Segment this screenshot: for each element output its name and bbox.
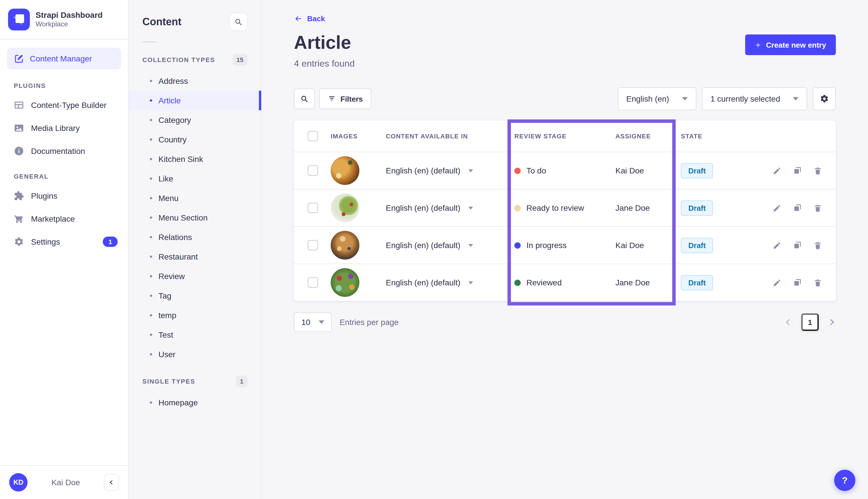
sidebar-item-country[interactable]: Country	[128, 130, 261, 149]
bullet-icon	[150, 401, 152, 404]
table-row[interactable]: English (en) (default) To do Kai Doe Dra…	[294, 151, 836, 189]
sidebar-item-temp[interactable]: temp	[128, 305, 261, 325]
pencil-icon	[773, 241, 781, 250]
delete-button[interactable]	[814, 278, 822, 287]
fields-selected-select[interactable]: 1 currently selected	[702, 87, 807, 110]
duplicate-button[interactable]	[793, 278, 802, 287]
bullet-icon	[150, 99, 152, 102]
collection-types-label: COLLECTION TYPES	[142, 56, 215, 63]
copy-icon	[793, 203, 802, 212]
sidebar-item-content-manager[interactable]: Content Manager	[7, 48, 121, 70]
sidebar-item-menu[interactable]: Menu	[128, 188, 261, 208]
main-sidebar: Strapi Dashboard Workplace Content Manag…	[0, 0, 128, 499]
sidebar-item-label: Documentation	[31, 146, 85, 156]
bullet-icon	[150, 314, 152, 316]
chevron-right-icon	[828, 318, 836, 326]
sidebar-item-relations[interactable]: Relations	[128, 227, 261, 247]
sidebar-item-restaurant[interactable]: Restaurant	[128, 247, 261, 266]
locale-cell[interactable]: English (en) (default)	[386, 278, 514, 287]
sidebar-item-address[interactable]: Address	[128, 71, 261, 91]
row-checkbox[interactable]	[308, 203, 318, 213]
sidebar-item-test[interactable]: Test	[128, 325, 261, 344]
filters-button[interactable]: Filters	[319, 88, 371, 109]
row-checkbox[interactable]	[308, 277, 318, 288]
row-checkbox[interactable]	[308, 240, 318, 251]
sidebar-item-plugins[interactable]: Plugins	[0, 184, 128, 207]
sidebar-item-label: Settings	[31, 237, 60, 246]
table-row[interactable]: English (en) (default) Reviewed Jane Doe…	[294, 264, 836, 301]
sidebar-item-menu-section[interactable]: Menu Section	[128, 208, 261, 227]
user-name: Kai Doe	[33, 478, 98, 487]
column-header-state[interactable]: STATE	[681, 133, 754, 139]
status-badge: Draft	[681, 163, 713, 178]
next-page-button[interactable]	[828, 318, 836, 326]
sidebar-item-category[interactable]: Category	[128, 110, 261, 130]
table-search-button[interactable]	[294, 88, 314, 109]
assignee-cell: Kai Doe	[616, 241, 681, 250]
table-row[interactable]: English (en) (default) Ready to review J…	[294, 189, 836, 226]
sidebar-item-user[interactable]: User	[128, 344, 261, 364]
bullet-icon	[150, 138, 152, 141]
locale-cell[interactable]: English (en) (default)	[386, 203, 514, 212]
bullet-icon	[150, 353, 152, 355]
gear-icon	[14, 236, 24, 247]
view-settings-button[interactable]	[813, 87, 836, 110]
locale-select[interactable]: English (en)	[618, 87, 696, 110]
content-search-button[interactable]	[229, 13, 247, 31]
page-number-button[interactable]: 1	[802, 314, 819, 331]
help-button[interactable]: ?	[834, 470, 855, 491]
previous-page-button[interactable]	[784, 318, 792, 326]
settings-notification-badge: 1	[103, 236, 118, 247]
stage-dot-icon	[514, 242, 521, 248]
sidebar-item-content-type-builder[interactable]: Content-Type Builder	[0, 94, 128, 117]
edit-button[interactable]	[773, 241, 781, 250]
column-header-images[interactable]: IMAGES	[331, 133, 386, 139]
sidebar-item-marketplace[interactable]: Marketplace	[0, 207, 128, 230]
edit-button[interactable]	[773, 204, 781, 212]
edit-button[interactable]	[773, 278, 781, 287]
row-actions	[754, 203, 822, 212]
sidebar-item-tag[interactable]: Tag	[128, 286, 261, 305]
duplicate-button[interactable]	[793, 241, 802, 250]
sidebar-item-settings[interactable]: Settings 1	[0, 230, 128, 253]
row-photo	[331, 268, 359, 297]
locale-cell[interactable]: English (en) (default)	[386, 166, 514, 175]
duplicate-button[interactable]	[793, 166, 802, 175]
sidebar-collapse-button[interactable]	[104, 474, 119, 491]
column-header-review-stage[interactable]: REVIEW STAGE	[514, 133, 616, 139]
review-stage-cell: To do	[514, 166, 616, 175]
duplicate-button[interactable]	[793, 203, 802, 212]
caret-down-icon	[469, 244, 473, 247]
column-header-content-available-in[interactable]: CONTENT AVAILABLE IN	[386, 133, 514, 139]
locale-cell[interactable]: English (en) (default)	[386, 241, 514, 250]
page-size-select[interactable]: 10	[294, 312, 332, 332]
table-row[interactable]: English (en) (default) In progress Kai D…	[294, 226, 836, 264]
caret-down-icon	[318, 320, 324, 324]
review-stage-cell: In progress	[514, 241, 616, 250]
workspace-brand[interactable]: Strapi Dashboard Workplace	[0, 0, 128, 40]
sidebar-item-like[interactable]: Like	[128, 169, 261, 188]
avatar[interactable]: KD	[9, 473, 27, 491]
sidebar-item-review[interactable]: Review	[128, 266, 261, 286]
edit-button[interactable]	[773, 166, 781, 175]
sidebar-item-documentation[interactable]: Documentation	[0, 139, 128, 162]
collection-types-list: Address Article Category Country Kitchen…	[128, 71, 261, 364]
delete-button[interactable]	[814, 204, 822, 212]
select-all-checkbox[interactable]	[308, 131, 318, 141]
stage-dot-icon	[514, 205, 521, 211]
column-header-assignee[interactable]: ASSIGNEE	[616, 133, 681, 139]
create-new-entry-button[interactable]: Create new entry	[745, 35, 836, 55]
delete-button[interactable]	[814, 241, 822, 250]
row-checkbox[interactable]	[308, 166, 318, 176]
search-icon	[300, 95, 308, 103]
chevron-left-icon	[109, 479, 114, 485]
sidebar-item-kitchen-sink[interactable]: Kitchen Sink	[128, 149, 261, 169]
delete-button[interactable]	[814, 166, 822, 175]
back-link[interactable]: Back	[294, 14, 325, 23]
sidebar-item-homepage[interactable]: Homepage	[128, 393, 261, 412]
puzzle-icon	[14, 191, 24, 201]
chevron-left-icon	[784, 318, 792, 326]
sidebar-item-media-library[interactable]: Media Library	[0, 117, 128, 139]
sidebar-item-article[interactable]: Article	[128, 91, 261, 110]
bullet-icon	[150, 275, 152, 277]
